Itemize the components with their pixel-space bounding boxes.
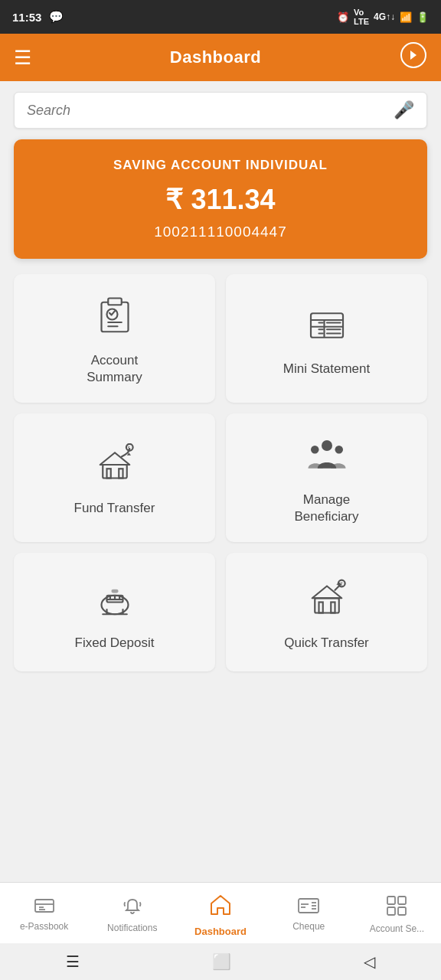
main-content: 🎤 SAVING ACCOUNT INDIVIDUAL ₹ 311.34 100… xyxy=(0,81,441,882)
toolbar: ☰ Dashboard xyxy=(0,34,441,81)
quick-transfer-label: Quick Transfer xyxy=(284,635,369,652)
time-display: 11:53 xyxy=(12,11,41,24)
menu-item-account-summary[interactable]: AccountSummary xyxy=(14,274,215,403)
whatsapp-icon: 💬 xyxy=(49,10,64,24)
account-number: 100211110004447 xyxy=(29,224,412,240)
search-input[interactable] xyxy=(27,103,394,119)
signal-4g-icon: 4G↑↓ xyxy=(374,11,395,22)
menu-grid: AccountSummary Mini Statement xyxy=(14,274,427,671)
nav-item-cheque[interactable]: Cheque xyxy=(265,898,353,932)
android-menu-button[interactable]: ☰ xyxy=(66,952,80,971)
menu-item-quick-transfer[interactable]: ₹ Quick Transfer xyxy=(226,553,427,671)
home-icon xyxy=(208,893,233,923)
svg-text:$: $ xyxy=(127,446,129,450)
svg-rect-55 xyxy=(398,897,406,904)
microphone-icon[interactable]: 🎤 xyxy=(394,100,414,120)
svg-point-25 xyxy=(335,446,343,454)
status-bar-left: 11:53 💬 xyxy=(12,10,64,24)
nav-item-dashboard[interactable]: Dashboard xyxy=(176,893,264,937)
hamburger-menu-icon[interactable]: ☰ xyxy=(14,46,31,70)
svg-point-23 xyxy=(322,440,332,451)
svg-rect-38 xyxy=(331,602,335,612)
fixed-deposit-icon xyxy=(93,578,136,624)
bottom-navigation: e-Passbook Notifications Dashboard xyxy=(0,882,441,943)
svg-rect-54 xyxy=(387,897,395,904)
svg-rect-18 xyxy=(119,469,122,478)
fund-transfer-icon: $ xyxy=(93,443,136,489)
bell-icon xyxy=(123,897,142,920)
svg-rect-2 xyxy=(108,299,122,305)
mini-statement-label: Mini Statement xyxy=(283,361,370,377)
fixed-deposit-label: Fixed Deposit xyxy=(75,635,155,652)
svg-rect-17 xyxy=(106,469,110,478)
android-nav-bar: ☰ ⬜ ◁ xyxy=(0,943,441,980)
search-bar: 🎤 xyxy=(14,92,427,129)
mini-statement-icon xyxy=(305,304,348,350)
account-summary-label: AccountSummary xyxy=(87,352,142,386)
logout-icon[interactable] xyxy=(400,41,427,74)
account-card[interactable]: SAVING ACCOUNT INDIVIDUAL ₹ 311.34 10021… xyxy=(14,139,427,259)
manage-beneficiary-label: ManageBeneficiary xyxy=(294,492,358,525)
nav-item-notifications[interactable]: Notifications xyxy=(88,897,176,933)
nav-item-epassbook[interactable]: e-Passbook xyxy=(0,898,88,932)
battery-icon: 🔋 xyxy=(416,11,429,23)
status-bar: 11:53 💬 ⏰ VoLTE 4G↑↓ 📶 🔋 xyxy=(0,0,441,34)
svg-point-24 xyxy=(311,446,319,454)
menu-item-fund-transfer[interactable]: $ Fund Transfer xyxy=(14,413,215,542)
signal-bars-icon: 📶 xyxy=(400,11,412,23)
android-back-button[interactable]: ◁ xyxy=(364,952,375,971)
passbook-icon xyxy=(34,898,54,918)
account-services-nav-label: Account Se... xyxy=(370,923,424,934)
menu-item-mini-statement[interactable]: Mini Statement xyxy=(226,274,427,403)
fund-transfer-label: Fund Transfer xyxy=(74,500,155,517)
svg-rect-57 xyxy=(398,907,406,915)
status-bar-right: ⏰ VoLTE 4G↑↓ 📶 🔋 xyxy=(337,8,429,26)
account-services-icon xyxy=(387,896,407,920)
quick-transfer-icon: ₹ xyxy=(305,578,348,624)
page-title: Dashboard xyxy=(170,47,261,67)
account-summary-icon xyxy=(93,296,136,341)
menu-item-manage-beneficiary[interactable]: ManageBeneficiary xyxy=(226,413,427,542)
nav-item-account-services[interactable]: Account Se... xyxy=(353,896,441,934)
manage-beneficiary-icon xyxy=(305,435,348,481)
dashboard-nav-label: Dashboard xyxy=(194,926,247,937)
epassbook-nav-label: e-Passbook xyxy=(20,921,68,932)
svg-rect-33 xyxy=(112,590,117,593)
cheque-icon xyxy=(298,898,319,918)
alarm-icon: ⏰ xyxy=(337,11,349,23)
svg-rect-56 xyxy=(387,907,395,915)
android-home-button[interactable]: ⬜ xyxy=(212,952,231,971)
svg-rect-1 xyxy=(101,302,128,332)
menu-item-fixed-deposit[interactable]: Fixed Deposit xyxy=(14,553,215,671)
svg-rect-37 xyxy=(318,602,322,612)
account-type-label: SAVING ACCOUNT INDIVIDUAL xyxy=(29,158,412,173)
cheque-nav-label: Cheque xyxy=(292,921,325,932)
notifications-nav-label: Notifications xyxy=(107,923,157,933)
volte-indicator: VoLTE xyxy=(354,8,369,26)
account-balance: ₹ 311.34 xyxy=(29,184,412,216)
